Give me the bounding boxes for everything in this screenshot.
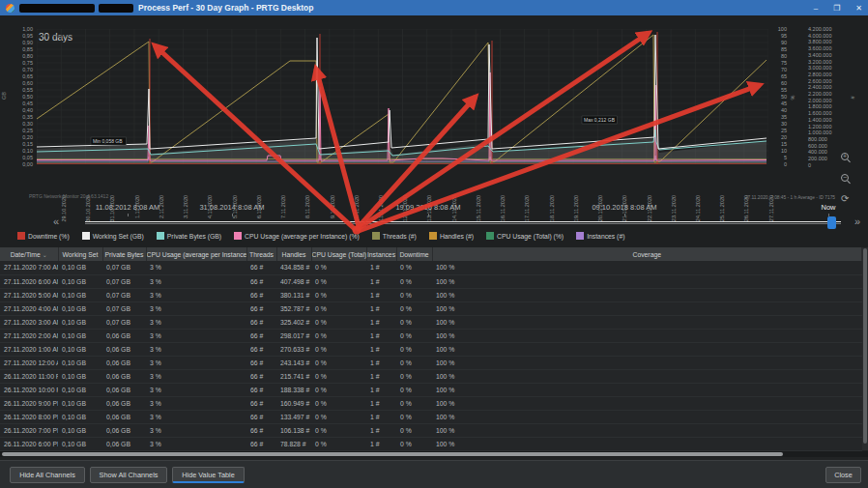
column-header[interactable]: CPU Usage (average per Instance)	[146, 247, 246, 261]
horizontal-scrollbar-thumb[interactable]	[2, 452, 783, 456]
column-header[interactable]: Downtime	[396, 247, 432, 261]
legend-item[interactable]: Instances (#)	[576, 232, 624, 240]
close-button[interactable]: Close	[825, 467, 861, 483]
column-header[interactable]: Handles	[276, 247, 311, 261]
timeline-track[interactable]	[85, 221, 841, 224]
axis-tick-label: 0,75	[8, 60, 33, 66]
table-row[interactable]: 26.11.2020 10:00 PM0,10 GB0,06 GB3 %66 #…	[0, 383, 862, 396]
table-cell: 0 %	[396, 301, 432, 315]
table-row[interactable]: 27.11.2020 5:00 AM0,10 GB0,07 GB3 %66 #3…	[0, 288, 862, 301]
refresh-icon[interactable]: ⟳	[841, 193, 853, 205]
axis-unit-gb: GB	[1, 92, 7, 100]
table-cell: 325.402 #	[276, 315, 311, 329]
table-cell: 1 #	[366, 301, 396, 315]
column-header[interactable]: Coverage	[432, 247, 862, 261]
timeline-prev-icon[interactable]: «	[53, 215, 59, 228]
column-header[interactable]: Private Bytes	[102, 247, 146, 261]
table-cell: 100 %	[432, 383, 862, 396]
axis-tick-label: 2.200.000	[808, 91, 847, 97]
axis-tick-label: 2.800.000	[808, 72, 847, 77]
table-row[interactable]: 26.11.2020 7:00 PM0,10 GB0,06 GB3 %66 #1…	[0, 423, 862, 437]
timeline-tick	[428, 214, 429, 216]
timeline-next-icon[interactable]: »	[854, 215, 860, 228]
table-row[interactable]: 27.11.2020 3:00 AM0,10 GB0,07 GB3 %66 #3…	[0, 315, 862, 329]
horizontal-scrollbar[interactable]	[0, 451, 868, 457]
column-header[interactable]: Date/Time⌄	[0, 247, 58, 261]
table-row[interactable]: 26.11.2020 11:00 PM0,10 GB0,06 GB3 %66 #…	[0, 369, 862, 383]
axis-tick-label: 85	[773, 46, 787, 52]
vertical-scrollbar-thumb[interactable]	[863, 248, 867, 444]
table-row[interactable]: 27.11.2020 1:00 AM0,10 GB0,06 GB3 %66 #2…	[0, 342, 862, 356]
legend-item[interactable]: Handles (#)	[429, 232, 474, 240]
legend-swatch	[372, 232, 380, 240]
column-header[interactable]: CPU Usage (Total)	[311, 247, 366, 261]
timeline-date-label: 11.08.2012 8:08 AM	[96, 203, 160, 212]
table-row[interactable]: 26.11.2020 6:00 PM0,10 GB0,06 GB3 %66 #7…	[0, 437, 862, 450]
title-bar[interactable]: Process Perf - 30 Day Graph - PRTG Deskt…	[0, 0, 868, 15]
vertical-scrollbar[interactable]	[862, 247, 868, 450]
table-cell: 0 %	[311, 369, 366, 383]
timeline-tick	[128, 214, 129, 216]
close-icon[interactable]: ✕	[855, 4, 862, 13]
legend-item[interactable]: Downtime (%)	[17, 232, 70, 240]
table-row[interactable]: 27.11.2020 6:00 AM0,10 GB0,07 GB3 %66 #4…	[0, 274, 862, 288]
table-cell: 0,07 GB	[102, 261, 146, 274]
table-cell: 1 #	[366, 342, 396, 356]
axis-tick-label: 0,10	[8, 148, 33, 154]
graph-plot[interactable]: Min 0,058 GBMax 0,212 GB	[37, 29, 768, 164]
table-cell: 27.11.2020 6:00 AM	[0, 274, 58, 288]
legend-item[interactable]: CPU Usage (Total) (%)	[486, 232, 564, 240]
table-cell: 100 %	[432, 410, 862, 423]
table-cell: 66 #	[246, 342, 276, 356]
table-row[interactable]: 26.11.2020 8:00 PM0,10 GB0,06 GB3 %66 #1…	[0, 410, 862, 423]
legend-label: Working Set (GB)	[93, 233, 144, 240]
axis-tick-label: 0,30	[8, 121, 33, 127]
footer-button-hide-all-channels[interactable]: Hide All Channels	[10, 467, 85, 483]
table-row[interactable]: 27.11.2020 7:00 AM0,10 GB0,07 GB3 %66 #4…	[0, 261, 862, 274]
timeline-date-label: 31.08.2014 8:08 AM	[199, 203, 264, 212]
minimize-icon[interactable]: –	[814, 4, 818, 13]
axis-tick-label: 0,65	[8, 73, 33, 79]
axis-tick-label: 0,50	[8, 94, 33, 100]
table-row[interactable]: 27.11.2020 2:00 AM0,10 GB0,06 GB3 %66 #2…	[0, 329, 862, 342]
axis-tick-label: 95	[773, 33, 787, 39]
column-header[interactable]: Threads	[246, 247, 276, 261]
zoom-in-icon[interactable]: +	[841, 153, 853, 164]
minmax-annotation: Max 0,212 GB	[584, 117, 616, 123]
axis-tick-label: 0,35	[8, 114, 33, 120]
axis-tick-label: 55	[773, 87, 787, 93]
axis-tick-label: 35	[773, 114, 787, 120]
table-cell: 407.498 #	[276, 274, 311, 288]
footer-button-hide-value-table[interactable]: Hide Value Table	[172, 467, 245, 483]
table-cell: 26.11.2020 9:00 PM	[0, 396, 58, 410]
timeline-thumb[interactable]	[827, 216, 836, 229]
table-cell: 1 #	[366, 261, 396, 274]
table-cell: 0 %	[311, 396, 366, 410]
legend-item[interactable]: CPU Usage (average per Instance) (%)	[234, 232, 360, 240]
timeline-date-label: 09.10.2018 8:08 AM	[592, 203, 656, 212]
legend-item[interactable]: Threads (#)	[372, 232, 417, 240]
column-header[interactable]: Working Set	[58, 247, 102, 261]
table-cell: 66 #	[246, 315, 276, 329]
column-header[interactable]: Instances	[366, 247, 396, 261]
table-cell: 3 %	[146, 329, 246, 342]
zoom-out-icon[interactable]: −	[841, 174, 853, 186]
table-row[interactable]: 27.11.2020 4:00 AM0,10 GB0,07 GB3 %66 #3…	[0, 301, 862, 315]
app-icon	[6, 4, 14, 13]
axis-tick-label: 50	[773, 94, 787, 100]
table-cell: 26.11.2020 11:00 PM	[0, 369, 58, 383]
table-row[interactable]: 27.11.2020 12:00 AM0,10 GB0,06 GB3 %66 #…	[0, 356, 862, 369]
y-axis-left-gb: 1,000,950,900,850,800,750,700,650,600,55…	[8, 26, 33, 167]
table-cell: 26.11.2020 7:00 PM	[0, 423, 58, 437]
legend-item[interactable]: Private Bytes (GB)	[157, 232, 221, 240]
footer-button-show-all-channels[interactable]: Show All Channels	[90, 467, 167, 483]
table-cell: 27.11.2020 1:00 AM	[0, 342, 58, 356]
table-row[interactable]: 26.11.2020 9:00 PM0,10 GB0,06 GB3 %66 #1…	[0, 396, 862, 410]
maximize-icon[interactable]: ❐	[833, 4, 840, 13]
table-cell: 3 %	[146, 301, 246, 315]
legend-item[interactable]: Working Set (GB)	[82, 232, 144, 240]
axis-tick-label: 600.000	[808, 143, 847, 149]
timeline-tick	[624, 214, 625, 216]
table-cell: 0,07 GB	[102, 274, 146, 288]
table-cell: 0 %	[396, 356, 432, 369]
